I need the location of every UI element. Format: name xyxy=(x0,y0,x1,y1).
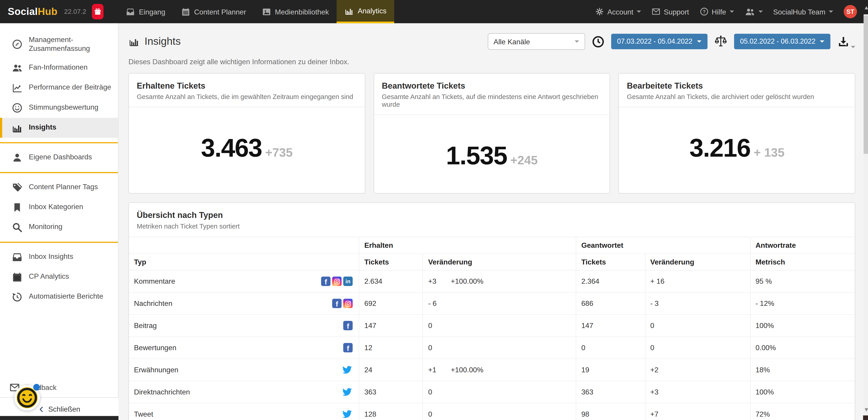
answered-change-value: +7 xyxy=(645,403,750,420)
kpi-value: 3.463 xyxy=(201,133,262,163)
feedback-smiley-button[interactable] xyxy=(14,385,40,411)
answered-change-value: - 3 xyxy=(645,292,750,315)
col-header-tickets: Tickets xyxy=(359,254,423,270)
envelope-icon xyxy=(652,7,660,16)
kpi-card-beantwortete-tickets: Beantwortete TicketsGesamte Anzahl an Ti… xyxy=(373,73,610,194)
chevron-down-icon xyxy=(758,10,763,13)
response-rate-value: 72% xyxy=(750,403,855,420)
panel-title: Übersicht nach Typen xyxy=(137,210,847,220)
received-tickets-value: 12 xyxy=(359,336,423,359)
scrollbar-corner xyxy=(863,416,868,420)
table-row: Erwähnungen 24 +1+100.00% 19 +2 18% xyxy=(129,359,855,381)
balance-scale-icon xyxy=(714,35,727,48)
sidebar-item-management-zusammenfassung[interactable]: Management-Zusammenfassung xyxy=(0,31,118,58)
compass-icon xyxy=(11,39,23,50)
team-selector[interactable]: SocialHub Team xyxy=(773,7,833,16)
scrollbar-thumb[interactable] xyxy=(864,15,868,154)
bar-chart-icon xyxy=(11,122,23,133)
compare-periods-button[interactable] xyxy=(714,35,727,48)
answered-tickets-value: 19 xyxy=(576,359,645,381)
received-tickets-value: 147 xyxy=(359,315,423,336)
export-download-button[interactable] xyxy=(837,35,855,48)
team-users-menu[interactable] xyxy=(744,6,763,17)
sidebar-item-stimmungsbewertung[interactable]: Stimmungsbewertung xyxy=(0,98,118,118)
sidebar-item-eigene-dashboards[interactable]: Eigene Dashboards xyxy=(0,148,118,167)
page-header: Insights Alle Kanäle 07.03.2022 - 05.04.… xyxy=(128,33,855,50)
response-rate-value: 18% xyxy=(750,359,855,381)
answered-change-value: 0 xyxy=(645,315,750,336)
sidebar-item-monitoring[interactable]: Monitoring xyxy=(0,217,118,237)
received-change-value: 0 xyxy=(423,381,576,403)
scroll-down-arrow-icon[interactable] xyxy=(864,408,868,412)
time-period-button[interactable] xyxy=(592,35,604,48)
card-title: Beantwortete Tickets xyxy=(382,81,602,90)
table-row: Tweet 128 0 98 +7 72% xyxy=(129,403,855,420)
kpi-value: 3.216 xyxy=(689,133,750,163)
sidebar-item-content-planner-tags[interactable]: Content Planner Tags xyxy=(0,177,118,197)
table-row: Beitragf 147 0 147 0 100% xyxy=(129,315,855,336)
sidebar-item-inbox-insights[interactable]: Inbox Insights xyxy=(0,247,118,267)
date-range-primary-button[interactable]: 07.03.2022 - 05.04.2022 xyxy=(611,34,707,49)
sidebar-item-insights[interactable]: Insights xyxy=(0,118,118,137)
response-rate-value: 100% xyxy=(750,381,855,403)
clock-icon xyxy=(592,35,604,48)
chevron-down-icon xyxy=(729,10,734,13)
sidebar-item-inbox-kategorien[interactable]: Inbox Kategorien xyxy=(0,197,118,217)
vertical-scrollbar[interactable] xyxy=(864,0,868,420)
main-nav: Eingang Content Planner Medienbibliothek… xyxy=(118,0,394,23)
help-menu[interactable]: Hilfe xyxy=(700,7,734,16)
inbox-icon xyxy=(126,7,135,17)
received-tickets-value: 24 xyxy=(359,359,423,381)
type-label: Nachrichten xyxy=(134,299,332,308)
answered-tickets-value: 0 xyxy=(576,336,645,359)
account-menu[interactable]: Account xyxy=(595,7,641,16)
card-subtitle: Gesamte Anzahl an Tickets, die im gewähl… xyxy=(137,93,357,101)
answered-tickets-value: 2.364 xyxy=(576,270,645,292)
smiley-icon xyxy=(17,387,37,408)
image-icon xyxy=(261,7,271,17)
channel-icons: f xyxy=(343,321,353,330)
answered-tickets-value: 147 xyxy=(576,315,645,336)
channel-icons xyxy=(342,387,353,397)
page-title: Insights xyxy=(128,35,181,48)
twitter-icon xyxy=(342,387,353,397)
table-column-header-row: Typ Tickets Veränderung Tickets Veränder… xyxy=(129,254,855,270)
group-header-erhalten: Erhalten xyxy=(359,237,576,254)
col-header-metrisch: Metrisch xyxy=(750,254,855,270)
answered-tickets-value: 686 xyxy=(576,292,645,315)
nav-item-medienbibliothek[interactable]: Medienbibliothek xyxy=(254,0,337,23)
filter-controls: Alle Kanäle 07.03.2022 - 05.04.2022 05.0… xyxy=(488,33,855,50)
sidebar-item-cp-analytics[interactable]: CP Analytics xyxy=(0,267,118,287)
nav-item-eingang[interactable]: Eingang xyxy=(118,0,173,23)
nav-item-analytics[interactable]: Analytics xyxy=(337,0,394,23)
chevron-down-icon xyxy=(637,10,641,13)
nav-item-content-planner[interactable]: Content Planner xyxy=(173,0,254,23)
sidebar-item-fan-informationen[interactable]: Fan-Informationen xyxy=(0,58,118,78)
channel-filter-select[interactable]: Alle Kanäle xyxy=(488,33,585,50)
support-button[interactable]: Support xyxy=(652,7,689,16)
response-rate-value: - 12% xyxy=(750,292,855,315)
table-row: Direktnachrichten 363 0 363 +3 100% xyxy=(129,381,855,403)
sidebar: Management-Zusammenfassung Fan-Informati… xyxy=(0,23,119,420)
avatar[interactable]: ST xyxy=(844,5,857,18)
kpi-card-bearbeitete-tickets: Bearbeitete TicketsGesamte Anzahl an Tic… xyxy=(618,73,855,194)
socialhub-logo[interactable]: SocialHub xyxy=(0,0,58,23)
date-range-compare-button[interactable]: 05.02.2022 - 06.03.2022 xyxy=(734,34,830,49)
scroll-up-arrow-icon[interactable] xyxy=(864,6,868,9)
kpi-card-erhaltene-tickets: Erhaltene TicketsGesamte Anzahl an Ticke… xyxy=(128,73,365,194)
whats-new-gift-button[interactable] xyxy=(92,4,103,20)
received-change-value: - 6 xyxy=(423,292,576,315)
users-icon xyxy=(744,6,755,17)
sidebar-item-automatisierte-berichte[interactable]: Automatisierte Berichte xyxy=(0,287,118,307)
type-label: Tweet xyxy=(134,410,342,418)
col-header-typ: Typ xyxy=(129,254,359,270)
types-table: Erhalten Geantwortet Antwortrate Typ Tic… xyxy=(129,237,855,420)
panel-subtitle: Metriken nach Ticket Typen sortiert xyxy=(137,222,847,230)
user-icon xyxy=(11,152,23,163)
card-subtitle: Gesamte Anzahl an Tickets, auf die minde… xyxy=(382,93,602,108)
response-rate-value: 95 % xyxy=(750,270,855,292)
facebook-icon: f xyxy=(321,277,331,286)
sidebar-item-performance-der-beitraege[interactable]: Performance der Beiträge xyxy=(0,78,118,98)
question-circle-icon xyxy=(700,7,708,16)
received-tickets-value: 128 xyxy=(359,403,423,420)
